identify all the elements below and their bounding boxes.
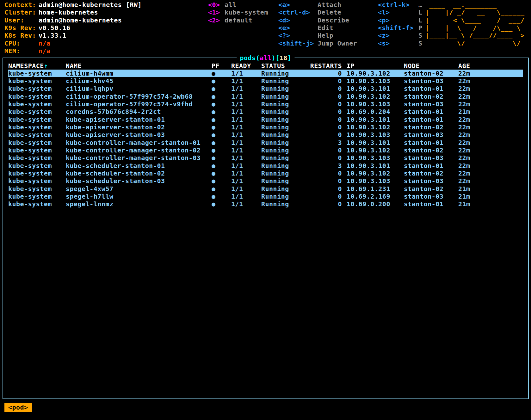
menu-item-s[interactable]: <s>S bbox=[378, 40, 423, 47]
menu-item-p[interactable]: <p>L bbox=[378, 16, 423, 24]
hotkey: <shift-j> bbox=[278, 40, 318, 47]
hotkey-label: L bbox=[418, 16, 423, 24]
cell-namespace: kube-system bbox=[8, 108, 65, 116]
table-row[interactable]: kube-systemcoredns-57b676c894-2r2ct●1/1R… bbox=[8, 108, 523, 115]
table-row[interactable]: kube-systemcilium-h4wmm●1/1Running010.90… bbox=[8, 70, 523, 77]
table-row[interactable]: kube-systemkube-controller-manager-stant… bbox=[8, 154, 523, 162]
namespace-key: <2> bbox=[208, 16, 225, 24]
info-label: K9s Rev: bbox=[4, 24, 39, 32]
cell-ready: 1/1 bbox=[231, 93, 260, 101]
table-row[interactable]: kube-systemkube-apiserver-stanton-03●1/1… bbox=[8, 131, 523, 139]
cell-name: coredns-57b676c894-2r2ct bbox=[66, 108, 211, 116]
cell-ip: 10.90.3.102 bbox=[347, 123, 403, 131]
hotkey-label: S bbox=[418, 40, 423, 47]
info-value: admin@home-kubernetes bbox=[39, 16, 122, 24]
menu-item-e[interactable]: <e>Edit bbox=[278, 24, 357, 32]
table-row[interactable]: kube-systemkube-scheduler-stanton-03●1/1… bbox=[8, 177, 523, 185]
menu-item-z[interactable]: <z>S bbox=[378, 32, 423, 39]
cell-ready: 1/1 bbox=[231, 123, 260, 131]
hotkey-label: Attach bbox=[318, 1, 341, 9]
menu-item-ctrl-d[interactable]: <ctrl-d>Delete bbox=[278, 9, 357, 16]
table-row[interactable]: kube-systemcilium-operator-57f997c574-2w… bbox=[8, 93, 523, 100]
cell-restarts: 0 bbox=[300, 154, 342, 162]
namespace-item-kube-system[interactable]: <1>kube-system bbox=[208, 9, 268, 16]
cell-ip: 10.90.3.101 bbox=[347, 162, 403, 170]
pf-dot-icon: ● bbox=[212, 108, 231, 116]
cell-node: stanton-02 bbox=[404, 70, 458, 77]
table-row[interactable]: kube-systemkube-controller-manager-stant… bbox=[8, 139, 523, 146]
cell-ip: 10.90.3.102 bbox=[347, 146, 403, 154]
pf-dot-icon: ● bbox=[212, 200, 231, 208]
namespace-label: kube-system bbox=[225, 9, 268, 16]
cell-age: 22m bbox=[458, 139, 490, 147]
table-row[interactable]: kube-systemcilium-khv45●1/1Running010.90… bbox=[8, 77, 523, 85]
cell-ready: 1/1 bbox=[231, 185, 260, 193]
cell-ready: 1/1 bbox=[231, 200, 260, 208]
cell-ip: 10.90.3.101 bbox=[347, 139, 403, 147]
cell-node: stanton-02 bbox=[404, 146, 458, 154]
pf-dot-icon: ● bbox=[212, 116, 231, 124]
cell-ready: 1/1 bbox=[231, 131, 260, 139]
cell-age: 22m bbox=[458, 100, 490, 108]
table-row[interactable]: kube-systemkube-scheduler-stanton-01●1/1… bbox=[8, 162, 523, 170]
table-row[interactable]: kube-systemcilium-operator-57f997c574-v9… bbox=[8, 100, 523, 108]
menu-item-?[interactable]: <?>Help bbox=[278, 32, 357, 39]
cell-name: cilium-operator-57f997c574-v9fhd bbox=[66, 100, 211, 108]
cell-node: stanton-01 bbox=[404, 200, 458, 208]
table-row[interactable]: kube-systemspegel-h7llw●1/1Running010.69… bbox=[8, 193, 523, 200]
menu-item-d[interactable]: <d>Describe bbox=[278, 16, 357, 24]
info-value: v0.50.16 bbox=[39, 24, 70, 32]
info-label: User: bbox=[4, 16, 39, 24]
cell-namespace: kube-system bbox=[8, 123, 65, 131]
menu-item-shift-f[interactable]: <shift-f>P bbox=[378, 24, 423, 32]
cell-restarts: 0 bbox=[300, 146, 342, 154]
table-row[interactable]: kube-systemcilium-lqhpv●1/1Running010.90… bbox=[8, 85, 523, 92]
cell-node: stanton-01 bbox=[404, 108, 458, 116]
table-row[interactable]: kube-systemspegel-4xw57●1/1Running010.69… bbox=[8, 185, 523, 193]
pf-dot-icon: ● bbox=[212, 85, 231, 93]
table-row[interactable]: kube-systemkube-scheduler-stanton-02●1/1… bbox=[8, 170, 523, 177]
cell-restarts: 3 bbox=[300, 162, 342, 170]
cell-node: stanton-02 bbox=[404, 185, 458, 193]
namespace-item-all[interactable]: <0>all bbox=[208, 1, 268, 9]
namespace-item-default[interactable]: <2>default bbox=[208, 16, 268, 24]
hotkey: <z> bbox=[378, 32, 418, 39]
hotkey-label: Describe bbox=[318, 16, 349, 24]
menu-item-ctrl-k[interactable]: <ctrl-k>… bbox=[378, 1, 423, 9]
pf-dot-icon: ● bbox=[212, 100, 231, 108]
cell-age: 22m bbox=[458, 123, 490, 131]
table-row[interactable]: kube-systemspegel-lnnmz●1/1Running010.69… bbox=[8, 200, 523, 208]
table-row[interactable]: kube-systemkube-controller-manager-stant… bbox=[8, 146, 523, 154]
cell-status: Running bbox=[261, 139, 300, 147]
menu-item-shift-j[interactable]: <shift-j>Jump Owner bbox=[278, 40, 357, 47]
cell-age: 22m bbox=[458, 131, 490, 139]
resource-crumb[interactable]: <pod> bbox=[4, 403, 32, 412]
hotkey-label: Jump Owner bbox=[318, 40, 357, 47]
cell-status: Running bbox=[261, 70, 300, 77]
cell-name: kube-scheduler-stanton-01 bbox=[66, 162, 211, 170]
cell-namespace: kube-system bbox=[8, 177, 65, 185]
cell-ready: 1/1 bbox=[231, 77, 260, 85]
cell-status: Running bbox=[261, 123, 300, 131]
info-row: K8s Rev:v1.33.1 bbox=[4, 32, 142, 39]
cell-namespace: kube-system bbox=[8, 200, 65, 208]
cell-ready: 1/1 bbox=[231, 139, 260, 147]
table-row[interactable]: kube-systemkube-apiserver-stanton-02●1/1… bbox=[8, 123, 523, 131]
info-value: v1.33.1 bbox=[39, 32, 66, 39]
cell-restarts: 0 bbox=[300, 116, 342, 124]
pf-dot-icon: ● bbox=[212, 170, 231, 177]
pf-dot-icon: ● bbox=[212, 185, 231, 193]
menu-item-a[interactable]: <a>Attach bbox=[278, 1, 357, 9]
cell-restarts: 0 bbox=[300, 193, 342, 201]
hotkey: <shift-f> bbox=[378, 24, 418, 32]
menu-item-l[interactable]: <l>L bbox=[378, 9, 423, 16]
hotkey: <a> bbox=[278, 1, 318, 9]
hotkey: <e> bbox=[278, 24, 318, 32]
cell-namespace: kube-system bbox=[8, 139, 65, 147]
cell-status: Running bbox=[261, 177, 300, 185]
namespace-key: <0> bbox=[208, 1, 225, 9]
info-row: User:admin@home-kubernetes bbox=[4, 16, 142, 24]
table-row[interactable]: kube-systemkube-apiserver-stanton-01●1/1… bbox=[8, 116, 523, 123]
cell-age: 21m bbox=[458, 108, 490, 116]
cell-name: kube-apiserver-stanton-01 bbox=[66, 116, 211, 124]
